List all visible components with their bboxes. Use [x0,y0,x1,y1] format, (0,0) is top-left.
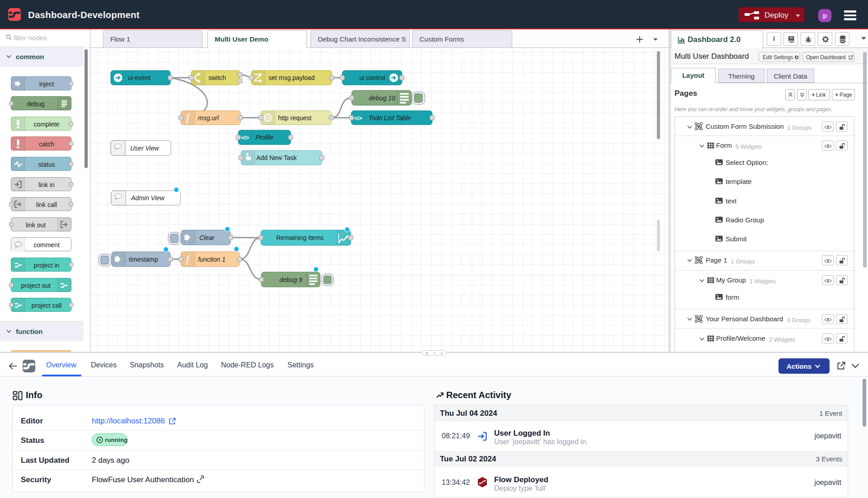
svg-text:msg.url: msg.url [198,114,219,122]
svg-text:Admin View: Admin View [131,194,165,202]
svg-text:ui-event: ui-event [128,74,151,81]
svg-text:User View: User View [130,145,159,152]
svg-text:function 1: function 1 [198,256,226,263]
svg-text:Todo List Table: Todo List Table [368,114,411,122]
svg-text:set msg.payload: set msg.payload [269,74,315,81]
svg-text:switch: switch [208,74,226,81]
svg-text:Clear: Clear [199,234,215,241]
svg-text:http request: http request [278,114,311,122]
svg-text:Remaining Items: Remaining Items [276,234,324,241]
svg-text:timestamp: timestamp [129,256,158,263]
svg-text:debug 9: debug 9 [279,276,302,283]
svg-text:Add New Task: Add New Task [256,154,297,161]
svg-text:debug 10: debug 10 [369,94,396,102]
svg-text:ui control: ui control [359,74,385,81]
svg-text:Profile: Profile [255,134,274,141]
svg-text:</>: </> [241,135,249,141]
svg-text:</>: </> [354,115,362,122]
